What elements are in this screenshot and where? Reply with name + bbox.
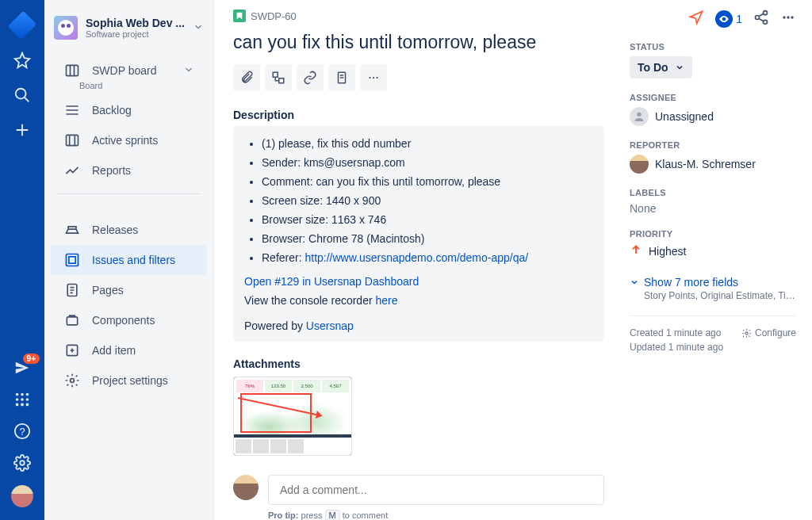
show-more-fields[interactable]: Show 7 more fields	[630, 276, 796, 289]
reports-icon	[63, 162, 81, 179]
desc-bullet: (1) please, fix this odd number	[262, 134, 593, 153]
svg-point-34	[745, 331, 748, 334]
created-time: Created 1 minute ago	[630, 327, 721, 338]
attachment-thumbnail[interactable]: 79% 123.50 2,500 4,567	[233, 377, 352, 456]
attach-button[interactable]	[233, 64, 260, 91]
svg-rect-22	[279, 78, 284, 83]
labels-label: LABELS	[630, 188, 796, 197]
svg-rect-21	[273, 72, 278, 77]
svg-point-0	[16, 89, 26, 99]
svg-point-30	[783, 16, 785, 18]
star-icon[interactable]	[13, 51, 32, 70]
svg-point-8	[21, 403, 24, 407]
issue-title[interactable]: can you fix this until tomorrow, please	[233, 32, 604, 53]
nav-releases[interactable]: Releases	[51, 215, 207, 245]
subtask-button[interactable]	[265, 64, 292, 91]
svg-point-31	[787, 16, 789, 18]
nav-backlog[interactable]: Backlog	[51, 95, 207, 125]
story-type-icon	[233, 10, 246, 22]
share-icon[interactable]	[753, 10, 769, 28]
configure-button[interactable]: Configure	[741, 327, 796, 338]
search-icon[interactable]	[13, 86, 32, 105]
assignee-field[interactable]: Unassigned	[630, 107, 796, 126]
status-label: STATUS	[630, 42, 796, 52]
issue-key: SWDP-60	[251, 10, 297, 22]
nav-label: Pages	[92, 284, 124, 296]
gear-icon	[63, 372, 81, 389]
svg-point-6	[26, 398, 29, 401]
svg-point-5	[21, 398, 24, 401]
svg-point-28	[756, 16, 760, 20]
comment-hint: Pro tip: press M to comment	[268, 510, 604, 520]
project-subtitle: Software project	[86, 29, 185, 39]
reporter-avatar	[630, 155, 649, 174]
nav-reports[interactable]: Reports	[51, 155, 207, 185]
status-dropdown[interactable]: To Do	[630, 56, 692, 78]
usersnap-link[interactable]: Usersnap	[306, 319, 354, 332]
chevron-down-icon	[183, 64, 194, 78]
svg-point-33	[637, 113, 641, 117]
nav-issues[interactable]: Issues and filters	[51, 245, 207, 275]
svg-point-1	[16, 393, 19, 396]
notifications-icon[interactable]: 9+	[13, 358, 32, 377]
add-icon	[63, 342, 81, 359]
svg-point-2	[21, 393, 24, 396]
comment-input[interactable]	[268, 475, 604, 505]
svg-point-12	[20, 461, 25, 465]
priority-field[interactable]: Highest	[630, 243, 796, 258]
svg-point-9	[26, 403, 29, 407]
help-icon[interactable]: ?	[13, 422, 32, 441]
open-dashboard-link[interactable]: Open #129 in Usersnap Dashboard	[244, 275, 593, 288]
nav-label: Backlog	[92, 104, 132, 117]
nav-pages[interactable]: Pages	[51, 275, 207, 305]
create-icon[interactable]	[13, 120, 32, 140]
nav-label: Active sprints	[92, 134, 158, 147]
divider	[57, 193, 201, 194]
svg-point-25	[373, 77, 374, 78]
user-avatar[interactable]	[11, 485, 33, 507]
feedback-icon[interactable]	[688, 10, 704, 28]
more-icon[interactable]	[780, 10, 796, 28]
chevron-down-icon	[630, 277, 639, 287]
svg-point-7	[16, 403, 19, 407]
chevron-down-icon	[675, 63, 684, 72]
svg-rect-13	[67, 65, 79, 75]
nav-board-label: SWDP board	[92, 64, 156, 77]
nav-label: Releases	[92, 224, 138, 236]
svg-point-26	[376, 77, 377, 78]
project-switcher[interactable]: Sophia Web Dev ... Software project	[44, 13, 213, 43]
desc-bullet: Browser size: 1163 x 746	[262, 210, 593, 229]
more-actions-button[interactable]	[360, 64, 387, 91]
reporter-label: REPORTER	[630, 140, 796, 150]
svg-rect-14	[67, 135, 79, 145]
console-link[interactable]: here	[376, 294, 398, 307]
watch-count: 1	[736, 13, 742, 25]
console-line: View the console recorder here	[244, 294, 593, 307]
nav-project-settings[interactable]: Project settings	[51, 365, 207, 396]
nav-label: Components	[92, 314, 155, 327]
description-box[interactable]: (1) please, fix this odd number Sender: …	[233, 126, 604, 342]
apps-icon[interactable]	[13, 390, 32, 409]
settings-icon[interactable]	[13, 453, 32, 472]
issue-details-panel: 1 STATUS To Do ASSIGNEE Unassigned REPOR…	[623, 0, 812, 520]
referer-link[interactable]: http://www.usersnapdemo.com/demo-app/qa/	[304, 251, 528, 264]
jira-logo-icon[interactable]	[13, 16, 32, 35]
reporter-field[interactable]: Klaus-M. Schremser	[630, 155, 796, 174]
priority-label: PRIORITY	[630, 229, 796, 239]
desc-bullet: Sender: kms@usersnap.com	[262, 153, 593, 172]
nav-sprints[interactable]: Active sprints	[51, 125, 207, 155]
link-button[interactable]	[297, 64, 324, 91]
gear-icon	[741, 328, 752, 338]
svg-point-3	[26, 393, 29, 396]
labels-field[interactable]: None	[630, 202, 796, 215]
page-button[interactable]	[328, 64, 355, 91]
nav-label: Project settings	[92, 374, 168, 387]
nav-add-item[interactable]: Add item	[51, 335, 207, 365]
description-label: Description	[233, 109, 604, 121]
svg-rect-18	[67, 317, 77, 325]
breadcrumb[interactable]: SWDP-60	[233, 10, 604, 22]
nav-components[interactable]: Components	[51, 305, 207, 335]
nav-label: Issues and filters	[92, 254, 175, 266]
issues-icon	[63, 251, 81, 269]
watchers-button[interactable]: 1	[715, 10, 742, 28]
